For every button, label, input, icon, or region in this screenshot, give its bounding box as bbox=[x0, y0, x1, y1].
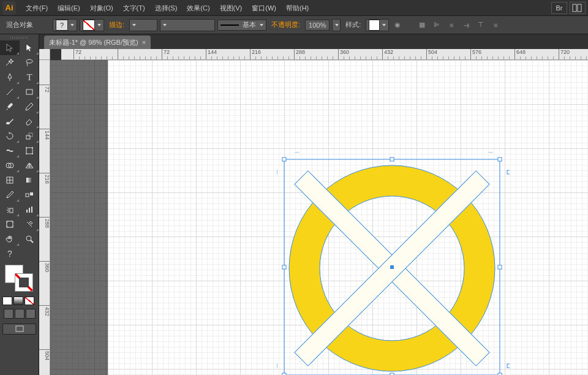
align-vcenter-button[interactable]: ≡ bbox=[489, 19, 502, 31]
rectangle-tool[interactable] bbox=[20, 85, 39, 99]
blend-tool[interactable] bbox=[20, 188, 39, 202]
document-tab[interactable]: 未标题-1* @ 98% (RGB/预览) × bbox=[44, 36, 151, 49]
arrange-docs-button[interactable] bbox=[570, 2, 586, 14]
draw-normal-button[interactable] bbox=[4, 309, 13, 319]
direct-selection-tool[interactable] bbox=[20, 40, 39, 55]
close-tab-button[interactable]: × bbox=[142, 39, 146, 46]
zoom-tool[interactable] bbox=[20, 232, 39, 246]
svg-point-12 bbox=[32, 153, 33, 154]
menu-help[interactable]: 帮助(H) bbox=[281, 0, 314, 16]
align-panel-button[interactable]: ▦ bbox=[416, 19, 428, 31]
workspace: 未标题-1* @ 98% (RGB/预览) × 7272144216288360… bbox=[39, 34, 588, 375]
type-tool[interactable]: T bbox=[20, 70, 39, 85]
align-hcenter-button[interactable]: ≡ bbox=[445, 19, 458, 31]
svg-rect-22 bbox=[31, 206, 32, 213]
recolor-button[interactable]: ◉ bbox=[391, 19, 404, 31]
menu-file[interactable]: 文件(F) bbox=[21, 0, 53, 16]
gradient-mode-button[interactable] bbox=[13, 297, 23, 305]
paintbrush-tool[interactable] bbox=[0, 99, 20, 114]
svg-rect-0 bbox=[573, 4, 576, 12]
menu-view[interactable]: 视图(V) bbox=[215, 0, 247, 16]
stroke-label: 描边: bbox=[107, 20, 127, 29]
menu-bar: Ai 文件(F) 编辑(E) 对象(O) 文字(T) 选择(S) 效果(C) 视… bbox=[0, 0, 588, 16]
menu-object[interactable]: 对象(O) bbox=[85, 0, 118, 16]
fill-dropdown[interactable]: ? bbox=[53, 19, 77, 31]
color-mode-button[interactable] bbox=[2, 297, 12, 305]
screen-mode-button[interactable] bbox=[2, 324, 36, 335]
canvas[interactable] bbox=[50, 60, 588, 375]
perspective-grid-tool[interactable] bbox=[20, 158, 39, 173]
svg-rect-16 bbox=[26, 178, 32, 183]
stroke-swatch bbox=[83, 20, 95, 31]
svg-line-25 bbox=[31, 240, 33, 243]
document-tabs: 未标题-1* @ 98% (RGB/预览) × bbox=[39, 34, 588, 49]
align-right-button[interactable]: ⫣ bbox=[460, 19, 472, 31]
magic-wand-tool[interactable] bbox=[0, 55, 20, 70]
free-transform-tool[interactable] bbox=[20, 143, 39, 158]
lasso-tool[interactable] bbox=[20, 55, 39, 70]
svg-line-3 bbox=[7, 89, 13, 95]
stroke-indicator[interactable] bbox=[15, 273, 33, 292]
align-left-button[interactable]: ⊫ bbox=[431, 19, 443, 31]
style-label: 样式: bbox=[343, 20, 363, 29]
svg-rect-6 bbox=[26, 135, 30, 139]
toolbox: T ? bbox=[0, 34, 39, 375]
svg-rect-17 bbox=[26, 194, 29, 197]
selection-tool[interactable] bbox=[0, 40, 20, 55]
hand-tool[interactable] bbox=[0, 232, 20, 246]
var-width-dropdown[interactable] bbox=[160, 19, 215, 31]
ruler-vertical[interactable]: 72144216288360432504 bbox=[39, 60, 50, 375]
svg-rect-1 bbox=[578, 4, 581, 12]
bridge-button[interactable]: Br bbox=[551, 2, 567, 14]
app-logo: Ai bbox=[2, 1, 16, 15]
svg-rect-7 bbox=[29, 133, 32, 137]
artboard-tool[interactable] bbox=[0, 217, 20, 232]
svg-rect-21 bbox=[29, 208, 30, 213]
menu-edit[interactable]: 编辑(E) bbox=[53, 0, 85, 16]
stroke-weight-dropdown[interactable] bbox=[129, 19, 157, 31]
eyedropper-tool[interactable] bbox=[0, 188, 20, 202]
menu-select[interactable]: 选择(S) bbox=[150, 0, 183, 16]
eraser-tool[interactable] bbox=[20, 114, 39, 129]
opacity-input[interactable]: 100% bbox=[305, 20, 330, 31]
svg-point-11 bbox=[26, 153, 27, 154]
align-top-button[interactable]: ⊤ bbox=[475, 19, 487, 31]
ruler-horizontal[interactable]: 7272144216288360432504576648720792 bbox=[61, 49, 588, 60]
svg-point-9 bbox=[26, 147, 27, 148]
pencil-tool[interactable] bbox=[20, 99, 39, 114]
none-mode-button[interactable] bbox=[24, 297, 34, 305]
style-dropdown[interactable] bbox=[366, 19, 389, 31]
draw-inside-button[interactable] bbox=[26, 309, 36, 319]
fill-stroke-indicator[interactable] bbox=[2, 263, 36, 293]
slice-tool[interactable] bbox=[20, 217, 39, 232]
opacity-label: 不透明度: bbox=[269, 20, 303, 29]
mesh-tool[interactable] bbox=[0, 173, 20, 188]
line-tool[interactable] bbox=[0, 85, 20, 99]
document-tab-title: 未标题-1* @ 98% (RGB/预览) bbox=[49, 38, 138, 47]
scale-tool[interactable] bbox=[20, 129, 39, 143]
svg-rect-8 bbox=[26, 148, 32, 154]
svg-point-5 bbox=[6, 122, 10, 124]
ruler-origin[interactable] bbox=[39, 49, 50, 60]
tool-unknown[interactable]: ? bbox=[0, 246, 20, 261]
shape-builder-tool[interactable] bbox=[0, 158, 20, 173]
draw-behind-button[interactable] bbox=[15, 309, 24, 319]
width-tool[interactable] bbox=[0, 143, 20, 158]
stroke-dropdown[interactable] bbox=[80, 19, 104, 31]
svg-point-24 bbox=[26, 236, 31, 241]
style-swatch bbox=[369, 20, 380, 31]
brush-def-dropdown[interactable]: 基本 bbox=[217, 20, 266, 31]
gradient-tool[interactable] bbox=[20, 173, 39, 188]
toolbox-grip[interactable] bbox=[0, 34, 39, 40]
pen-tool[interactable] bbox=[0, 70, 20, 85]
column-graph-tool[interactable] bbox=[20, 202, 39, 217]
svg-rect-20 bbox=[26, 210, 28, 213]
opacity-dropdown[interactable] bbox=[332, 19, 341, 31]
blob-brush-tool[interactable] bbox=[0, 114, 20, 129]
menu-window[interactable]: 窗口(W) bbox=[247, 0, 281, 16]
menu-effect[interactable]: 效果(C) bbox=[182, 0, 214, 16]
symbol-sprayer-tool[interactable] bbox=[0, 202, 20, 217]
svg-point-10 bbox=[32, 147, 33, 148]
rotate-tool[interactable] bbox=[0, 129, 20, 143]
menu-text[interactable]: 文字(T) bbox=[118, 0, 150, 16]
